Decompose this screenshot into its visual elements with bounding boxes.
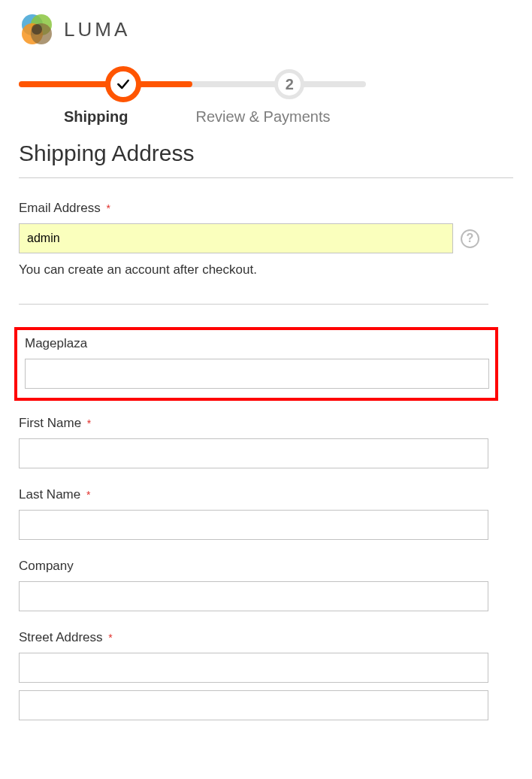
email-hint: You can create an account after checkout… <box>19 262 513 277</box>
progress-labels: Shipping Review & Payments <box>19 108 366 126</box>
first-name-input[interactable] <box>19 438 488 468</box>
step-label-shipping[interactable]: Shipping <box>64 108 128 126</box>
required-marker: * <box>86 489 90 501</box>
luma-logo-icon <box>19 11 55 47</box>
divider <box>19 304 488 305</box>
field-email: Email Address * ? You can create an acco… <box>19 201 513 277</box>
progress-track: 2 <box>19 81 366 87</box>
field-last-name: Last Name * <box>19 487 513 540</box>
checkout-progress: 2 Shipping Review & Payments <box>0 81 532 126</box>
help-icon[interactable]: ? <box>461 229 479 248</box>
svg-point-4 <box>32 24 42 35</box>
check-icon <box>116 77 131 92</box>
field-first-name: First Name * <box>19 416 513 468</box>
email-input[interactable] <box>19 223 453 253</box>
header: LUMA <box>0 0 532 62</box>
field-street: Street Address * <box>19 630 513 728</box>
custom-field-input[interactable] <box>25 359 489 389</box>
required-marker: * <box>87 417 91 429</box>
company-label: Company <box>19 559 74 574</box>
last-name-label: Last Name * <box>19 487 90 502</box>
step-label-review[interactable]: Review & Payments <box>196 108 331 126</box>
step-review-node[interactable]: 2 <box>274 69 304 99</box>
email-label: Email Address * <box>19 201 110 216</box>
first-name-label: First Name * <box>19 416 91 431</box>
step-number: 2 <box>286 76 294 93</box>
last-name-input[interactable] <box>19 510 488 540</box>
street-line2-input[interactable] <box>19 690 488 720</box>
brand-name: LUMA <box>64 18 130 41</box>
street-label: Street Address * <box>19 630 113 645</box>
custom-field-label: Mageplaza <box>25 336 87 351</box>
step-shipping-node[interactable] <box>105 66 141 102</box>
street-line1-input[interactable] <box>19 653 488 683</box>
page-title: Shipping Address <box>19 141 513 166</box>
field-company: Company <box>19 559 513 611</box>
highlight-custom-field: Mageplaza <box>14 327 498 401</box>
required-marker: * <box>108 632 112 644</box>
required-marker: * <box>106 202 110 214</box>
company-input[interactable] <box>19 581 488 611</box>
divider <box>19 177 513 178</box>
